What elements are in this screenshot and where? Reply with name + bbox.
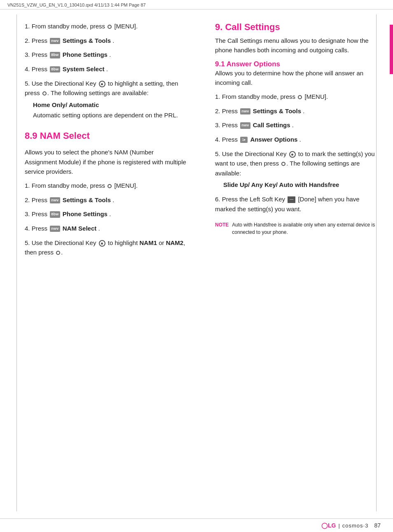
note-block: NOTE Auto with Handsfree is available on… xyxy=(215,221,377,236)
nav-key-icon-1 xyxy=(99,81,105,87)
step-2: 2. Press nwv Settings & Tools . xyxy=(25,36,186,46)
step-1-text2: [MENU]. xyxy=(114,23,138,30)
page-wrapper: VN251S_VZW_UG_EN_V1.0_130410.qxd 4/11/13… xyxy=(0,0,393,532)
step-2-num: 2. Press xyxy=(25,37,49,44)
step-1-num: 1. From standby mode, press xyxy=(25,23,107,30)
ao-step-6-text: 6. Press the Left Soft Key — [Done] when… xyxy=(215,194,377,214)
nam1-label: NAM1 xyxy=(139,239,157,246)
nam-heading: 8.9 NAM Select xyxy=(25,131,90,141)
step-5: 5. Use the Directional Key to highlight … xyxy=(25,79,186,120)
settings-block-2: Slide Up/ Any Key/ Auto with Handsfree xyxy=(223,180,377,190)
menu-circle-icon-3 xyxy=(298,95,302,99)
step-4-end: . xyxy=(106,65,108,72)
step-1: 1. From standby mode, press [MENU]. xyxy=(25,22,186,31)
step-2-bold: Settings & Tools xyxy=(63,37,111,44)
ao-step-4-end: . xyxy=(299,136,301,143)
ao-step-6: 6. Press the Left Soft Key — [Done] when… xyxy=(215,194,377,214)
nam-step-2-bold: Settings & Tools xyxy=(63,196,111,203)
ao-step-2: 2. Press nwv Settings & Tools . xyxy=(215,107,377,116)
content-area: 1. From standby mode, press [MENU]. 2. P… xyxy=(0,9,393,275)
nam-desc-text: Allows you to select the phone's NAM (Nu… xyxy=(25,147,186,176)
nam-step-2: 2. Press nwv Settings & Tools . xyxy=(25,196,186,205)
nam-step-2-num: 2. Press xyxy=(25,196,49,203)
ao-step-1-text2: [MENU]. xyxy=(304,93,328,100)
pink-accent-bar xyxy=(390,25,393,74)
nam-step-2-end: . xyxy=(112,196,114,203)
settings-icon-2: nwv xyxy=(50,197,60,204)
footer: ◯LG | cosmos·3 87 xyxy=(0,518,393,532)
nam-description: Allows you to select the phone's NAM (Nu… xyxy=(25,147,186,176)
nam-step-3-num: 3. Press xyxy=(25,210,49,217)
ok-icon-3 xyxy=(281,162,285,166)
phone-settings-icon-1: 8bw xyxy=(50,52,60,58)
answer-options-desc-text: Allows you to determine how the phone wi… xyxy=(215,68,377,88)
margin-line-left xyxy=(16,14,17,511)
note-label: NOTE xyxy=(215,221,229,236)
nam-section-heading: 8.9 NAM Select xyxy=(25,129,186,142)
settings-desc-1: Automatic setting options are dependent … xyxy=(33,110,186,120)
step-3-num: 3. Press xyxy=(25,51,49,58)
step-2-end: . xyxy=(112,37,114,44)
margin-line-right xyxy=(376,14,377,511)
cosmos-logo: cosmos·3 xyxy=(342,523,369,529)
call-settings-desc-text: The Call Settings menu allows you to des… xyxy=(215,36,377,55)
menu-circle-icon-2 xyxy=(108,184,112,188)
ao-step-2-end: . xyxy=(303,107,304,114)
ao-step-4-bold: Answer Options xyxy=(250,136,297,143)
menu-circle-icon-1 xyxy=(108,25,112,29)
header-text: VN251S_VZW_UG_EN_V1.0_130410.qxd 4/11/13… xyxy=(7,2,146,7)
page-number: 87 xyxy=(374,522,381,529)
ao-step-4: 4. Press 1▸ Answer Options . xyxy=(215,135,377,145)
ok-icon-2 xyxy=(56,251,60,255)
ao-step-3-end: . xyxy=(292,121,294,128)
nav-key-icon-3 xyxy=(289,151,296,158)
ao-step-3-num: 3. Press xyxy=(215,121,239,128)
ok-icon-1 xyxy=(42,91,47,96)
ao-step-1: 1. From standby mode, press [MENU]. xyxy=(215,92,377,102)
note-text: Auto with Handsfree is available only wh… xyxy=(232,221,377,236)
nam-step-1-text: 1. From standby mode, press xyxy=(25,182,107,189)
settings-icon-3: nwv xyxy=(240,108,250,115)
system-icon-1: 8bw xyxy=(50,66,60,73)
nam-step-3-bold: Phone Settings xyxy=(63,210,108,217)
ao-step-3-bold: Call Settings xyxy=(253,121,290,128)
nam-icon: nwv xyxy=(50,226,60,232)
footer-logo: ◯LG | cosmos·3 87 xyxy=(321,522,381,529)
step-3: 3. Press 8bw Phone Settings . xyxy=(25,50,186,60)
nam-step-3: 3. Press 8bw Phone Settings . xyxy=(25,210,186,219)
nam-step-4-end: . xyxy=(98,225,100,232)
step-3-bold: Phone Settings xyxy=(63,51,108,58)
settings-label-2: Slide Up/ Any Key/ Auto with Handsfree xyxy=(223,180,377,190)
left-soft-key-icon: — xyxy=(288,196,295,203)
nam-step-4-num: 4. Press xyxy=(25,225,49,232)
settings-label-1: Home Only/ Automatic xyxy=(33,100,186,110)
settings-icon-1: nwv xyxy=(50,38,60,44)
call-settings-heading: 9. Call Settings xyxy=(215,22,280,32)
nam-step-1-text2: [MENU]. xyxy=(114,182,138,189)
page-header: VN251S_VZW_UG_EN_V1.0_130410.qxd 4/11/13… xyxy=(0,0,393,9)
nav-key-icon-2 xyxy=(99,240,105,247)
nam-step-5: 5. Use the Directional Key to highlight … xyxy=(25,238,186,257)
left-column: 1. From standby mode, press [MENU]. 2. P… xyxy=(25,22,194,262)
step-4-bold: System Select xyxy=(63,65,105,72)
step-3-end: . xyxy=(109,51,111,58)
answer-options-icon: 1▸ xyxy=(240,137,248,143)
phone-settings-icon-2: 8bw xyxy=(50,211,60,218)
ao-step-5: 5. Use the Directional Key to to mark th… xyxy=(215,149,377,189)
ao-step-2-num: 2. Press xyxy=(215,107,239,114)
answer-options-heading: 9.1 Answer Options xyxy=(215,60,280,68)
call-settings-desc: The Call Settings menu allows you to des… xyxy=(215,36,377,55)
ao-step-2-bold: Settings & Tools xyxy=(253,107,301,114)
separator: | xyxy=(338,523,339,529)
step-4: 4. Press 8bw System Select . xyxy=(25,65,186,74)
step-5-text: 5. Use the Directional Key to highlight … xyxy=(25,79,186,98)
lg-logo: ◯LG xyxy=(321,522,336,529)
settings-block-1: Home Only/ Automatic Automatic setting o… xyxy=(33,100,186,120)
ao-step-1-text: 1. From standby mode, press xyxy=(215,93,297,100)
ao-step-4-num: 4. Press xyxy=(215,136,239,143)
nam2-label: NAM2 xyxy=(166,239,184,246)
nam-step-4: 4. Press nwv NAM Select . xyxy=(25,224,186,233)
nam-step-5-text: 5. Use the Directional Key to highlight … xyxy=(25,238,186,257)
ao-step-3: 3. Press nwv Call Settings . xyxy=(215,121,377,130)
nam-step-4-bold: NAM Select xyxy=(63,225,97,232)
